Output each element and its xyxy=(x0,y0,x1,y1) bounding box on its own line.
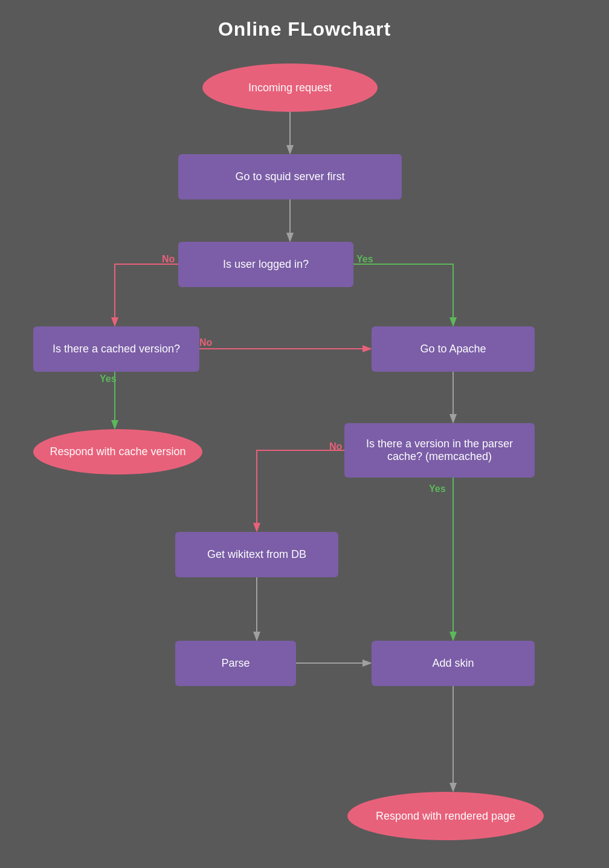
page-title: Online FLowchart xyxy=(0,0,609,40)
parse-label: Parse xyxy=(221,657,250,670)
no-parser-label: No xyxy=(329,441,342,452)
get-wikitext-node: Get wikitext from DB xyxy=(175,532,338,577)
respond-rendered-label: Respond with rendered page xyxy=(376,810,515,823)
go-apache-label: Go to Apache xyxy=(420,343,486,355)
yes-parser-label: Yes xyxy=(429,484,446,494)
is-logged-in-label: Is user logged in? xyxy=(223,258,309,271)
get-wikitext-label: Get wikitext from DB xyxy=(207,548,306,561)
incoming-request-node: Incoming request xyxy=(202,63,378,112)
respond-cache-node: Respond with cache version xyxy=(33,429,202,474)
parser-cache-node: Is there a version in the parser cache? … xyxy=(344,423,535,478)
is-logged-in-node: Is user logged in? xyxy=(178,242,353,287)
respond-cache-label: Respond with cache version xyxy=(50,445,185,458)
add-skin-label: Add skin xyxy=(432,657,474,670)
no-cached-label: No xyxy=(199,337,212,348)
parse-node: Parse xyxy=(175,641,296,686)
no-logged-label: No xyxy=(162,254,175,265)
cached-version-node: Is there a cached version? xyxy=(33,326,199,372)
squid-server-node: Go to squid server first xyxy=(178,154,402,199)
incoming-request-label: Incoming request xyxy=(248,82,332,94)
yes-cached-label: Yes xyxy=(100,374,117,384)
squid-server-label: Go to squid server first xyxy=(235,170,344,183)
add-skin-node: Add skin xyxy=(372,641,535,686)
go-apache-node: Go to Apache xyxy=(372,326,535,372)
cached-version-label: Is there a cached version? xyxy=(53,343,180,355)
respond-rendered-node: Respond with rendered page xyxy=(347,792,544,840)
parser-cache-label: Is there a version in the parser cache? … xyxy=(349,438,530,463)
yes-logged-label: Yes xyxy=(356,254,373,265)
